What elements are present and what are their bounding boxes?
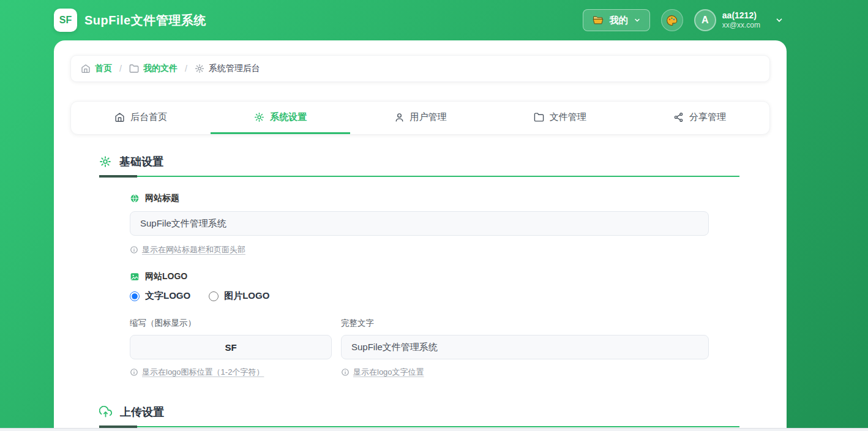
logo-fulltext-label: 完整文字	[341, 318, 709, 329]
admin-tabbar: 后台首页 系统设置 用户管理 文件管理	[70, 101, 770, 135]
my-files-button[interactable]: 我的	[583, 9, 650, 31]
breadcrumb-admin: 系统管理后台	[195, 63, 260, 74]
basic-settings-section: 基础设置 网站标题 显示在网站标题栏和页面头部	[70, 154, 770, 378]
gear-icon	[99, 156, 111, 168]
avatar-letter: A	[702, 15, 709, 26]
header-actions: 我的 A aa(1212) xx@xx.com	[583, 9, 784, 31]
app-logo: SF	[54, 9, 77, 32]
info-icon	[130, 245, 138, 254]
breadcrumb-separator: /	[119, 64, 122, 73]
section-title: 基础设置	[119, 154, 163, 169]
image-logo-radio-input[interactable]	[209, 291, 219, 301]
logo-abbr-label: 缩写（图标显示）	[130, 318, 332, 329]
section-title: 上传设置	[120, 405, 164, 419]
image-logo-radio[interactable]: 图片LOGO	[209, 290, 269, 302]
logo-abbr-column: 缩写（图标显示） 显示在logo图标位置（1-2个字符）	[130, 318, 332, 378]
page-bottom-strip	[0, 428, 868, 431]
main-content-card: 首页 / 我的文件 / 系统管理后台	[54, 40, 787, 431]
tab-share-management[interactable]: 分享管理	[630, 102, 769, 134]
breadcrumb-home[interactable]: 首页	[81, 63, 112, 74]
globe-icon	[130, 193, 140, 203]
cloud-upload-icon	[99, 406, 112, 419]
info-icon	[130, 368, 138, 377]
app-title: SupFile文件管理系统	[84, 12, 206, 29]
site-title-help: 显示在网站标题栏和页面头部	[130, 244, 709, 255]
logo-fulltext-input[interactable]	[341, 335, 709, 359]
site-title-label: 网站标题	[130, 193, 709, 204]
chevron-down-icon	[775, 16, 784, 24]
home-icon	[81, 64, 91, 73]
theme-palette-button[interactable]	[661, 9, 683, 31]
tab-label: 文件管理	[550, 111, 586, 123]
user-menu[interactable]: A aa(1212) xx@xx.com	[694, 9, 784, 31]
logo-abbr-input[interactable]	[130, 335, 332, 359]
logo-type-radio-group: 文字LOGO 图片LOGO	[130, 290, 709, 302]
breadcrumb-label: 我的文件	[143, 63, 178, 74]
user-email: xx@xx.com	[722, 21, 760, 30]
breadcrumb-separator: /	[185, 64, 187, 73]
folder-icon	[534, 112, 544, 122]
tab-dashboard[interactable]: 后台首页	[71, 102, 211, 134]
tab-label: 分享管理	[689, 111, 726, 123]
tab-label: 用户管理	[410, 111, 447, 123]
logo-fulltext-help: 显示在logo文字位置	[341, 367, 709, 378]
section-divider	[99, 426, 739, 427]
user-name: aa(1212)	[722, 10, 760, 21]
chevron-down-icon	[634, 17, 641, 24]
info-icon	[341, 368, 350, 377]
app-header: SF SupFile文件管理系统 我的 A aa(1212) xx@xx.com	[0, 0, 868, 40]
site-logo-label: 网站LOGO	[130, 271, 709, 282]
basic-settings-header: 基础设置	[99, 154, 739, 177]
avatar: A	[694, 9, 716, 31]
text-logo-radio[interactable]: 文字LOGO	[130, 290, 190, 302]
palette-icon	[665, 14, 678, 27]
breadcrumb-label: 系统管理后台	[209, 63, 260, 74]
home-icon	[114, 112, 125, 122]
brand: SF SupFile文件管理系统	[54, 9, 206, 32]
logo-fulltext-column: 完整文字 显示在logo文字位置	[341, 318, 709, 378]
breadcrumb-my-files[interactable]: 我的文件	[129, 63, 178, 74]
upload-settings-section: 上传设置	[70, 405, 770, 427]
tab-user-management[interactable]: 用户管理	[350, 102, 490, 134]
tab-label: 系统设置	[270, 111, 307, 123]
upload-settings-header: 上传设置	[99, 405, 739, 427]
user-icon	[394, 112, 405, 122]
image-icon	[130, 272, 140, 282]
logo-abbr-help: 显示在logo图标位置（1-2个字符）	[130, 367, 332, 378]
my-files-button-label: 我的	[610, 15, 628, 26]
folder-icon	[592, 14, 604, 26]
gear-icon	[254, 112, 264, 122]
app-logo-abbr: SF	[59, 15, 72, 26]
folder-icon	[129, 64, 139, 73]
site-title-input[interactable]	[130, 211, 709, 236]
tab-system-settings[interactable]: 系统设置	[211, 102, 350, 134]
section-divider	[99, 176, 739, 177]
text-logo-radio-input[interactable]	[130, 291, 140, 301]
tab-file-management[interactable]: 文件管理	[490, 102, 630, 134]
gear-icon	[195, 64, 204, 73]
breadcrumb-label: 首页	[95, 63, 112, 74]
tab-label: 后台首页	[130, 111, 167, 123]
user-meta: aa(1212) xx@xx.com	[722, 10, 760, 31]
breadcrumb: 首页 / 我的文件 / 系统管理后台	[70, 55, 770, 82]
share-icon	[673, 112, 684, 122]
